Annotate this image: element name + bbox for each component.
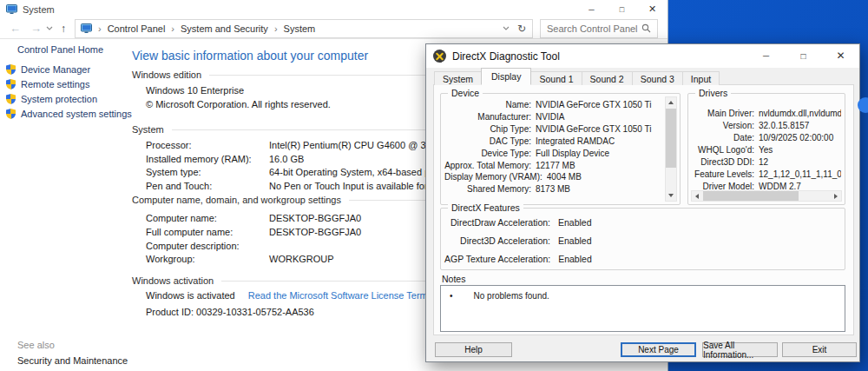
exit-button[interactable]: Exit <box>782 342 857 357</box>
device-row-manufacturer: Manufacturer:NVIDIA <box>444 111 661 123</box>
minimize-button[interactable]: ─ <box>576 0 607 18</box>
search-input[interactable] <box>547 23 641 34</box>
save-all-information-button[interactable]: Save All Information... <box>702 342 778 357</box>
row-value: 8173 MB <box>536 183 661 195</box>
address-dropdown-chevron-icon[interactable] <box>503 26 510 30</box>
section-title-label: Computer name, domain, and workgroup set… <box>132 195 341 205</box>
row-value: NVIDIA <box>536 111 661 123</box>
up-arrow-icon[interactable]: ↑ <box>61 23 66 34</box>
sidebar-item-remote-settings[interactable]: Remote settings <box>6 79 89 89</box>
scrollbar-thumb[interactable] <box>703 191 799 201</box>
scrollbar-thumb[interactable] <box>666 109 676 168</box>
row-label: WHQL Logo'd: <box>690 144 754 156</box>
breadcrumb-separator: › <box>171 23 174 34</box>
row-label: Main Driver: <box>690 108 754 120</box>
maximize-button[interactable]: □ <box>785 44 822 67</box>
sidebar-item-system-protection[interactable]: System protection <box>6 94 97 104</box>
info-row-system-type: System type: 64-bit Operating System, x6… <box>146 167 466 177</box>
sidebar-item-device-manager[interactable]: Device Manager <box>6 64 90 75</box>
row-value: 32.0.15.8157 <box>759 120 841 132</box>
row-value: Integrated RAMDAC <box>536 136 661 148</box>
sidebar-item-label: Remote settings <box>21 79 89 89</box>
row-value: 10/9/2025 02:00:00 <box>759 132 841 144</box>
scroll-up-icon[interactable] <box>666 97 676 108</box>
groupbox-title: DirectX Features <box>448 202 523 213</box>
breadcrumb-system-and-security[interactable]: System and Security <box>181 23 268 34</box>
scroll-left-icon[interactable] <box>692 191 702 201</box>
row-value: DESKTOP-BGGFJA0 <box>269 227 361 237</box>
row-value: WORKGROUP <box>269 254 334 264</box>
close-button[interactable]: ✕ <box>822 44 859 67</box>
row-label: Computer name: <box>146 213 269 223</box>
close-button[interactable]: ✕ <box>637 0 667 18</box>
minimize-button[interactable]: ─ <box>747 44 785 67</box>
tab-display[interactable]: Display <box>481 68 531 85</box>
row-label: DAC Type: <box>444 136 531 148</box>
row-value: Yes <box>759 144 841 156</box>
system-app-icon <box>6 4 17 15</box>
system-window-titlebar: System ─ □ ✕ <box>0 0 667 18</box>
device-row-dac-type: DAC Type:Integrated RAMDAC <box>444 136 661 148</box>
tab-input[interactable]: Input <box>682 71 720 85</box>
dxdiag-dialog: DirectX Diagnostic Tool ─ □ ✕ System Dis… <box>425 43 860 362</box>
maximize-button[interactable]: □ <box>607 0 637 18</box>
breadcrumb-separator: › <box>274 23 278 34</box>
tab-sound-2[interactable]: Sound 2 <box>582 71 633 85</box>
row-label: Direct3D DDI: <box>690 156 754 169</box>
row-label: Pen and Touch: <box>146 181 269 191</box>
device-rows: Name:NVIDIA GeForce GTX 1050 Ti Manufact… <box>444 99 661 195</box>
tab-sound-3[interactable]: Sound 3 <box>632 71 683 85</box>
address-bar-controls: ↻ <box>503 23 532 35</box>
tab-strip: System Display Sound 1 Sound 2 Sound 3 I… <box>434 68 719 85</box>
section-title-label: Windows activation <box>132 275 214 286</box>
sidebar-item-label: Device Manager <box>21 64 90 75</box>
notes-label: Notes <box>442 274 465 284</box>
scroll-down-icon[interactable] <box>666 190 676 201</box>
row-label: Device Type: <box>444 148 531 160</box>
device-vertical-scrollbar[interactable] <box>665 96 677 202</box>
row-value: 16.0 GB <box>269 154 304 164</box>
row-value: 4004 MB <box>547 171 661 183</box>
breadcrumb-control-panel[interactable]: Control Panel <box>108 23 166 34</box>
directx-icon <box>433 50 446 63</box>
sidebar-item-label: System protection <box>21 94 97 104</box>
drivers-row-date: Date:10/9/2025 02:00:00 <box>690 132 841 144</box>
help-button[interactable]: Help <box>435 342 512 357</box>
recent-locations-chevron-icon[interactable] <box>46 26 53 30</box>
sidebar-item-advanced-system-settings[interactable]: Advanced system settings <box>6 109 132 119</box>
row-label: Approx. Total Memory: <box>444 160 531 172</box>
desktop-icon-partial[interactable] <box>858 97 868 113</box>
sidebar-item-security-and-maintenance[interactable]: Security and Maintenance <box>17 355 128 366</box>
search-box[interactable] <box>540 19 658 38</box>
row-label: AGP Texture Acceleration: <box>444 254 550 264</box>
tab-system[interactable]: System <box>434 71 482 85</box>
uac-shield-icon <box>6 79 16 89</box>
breadcrumb-system[interactable]: System <box>284 23 316 34</box>
sidebar-item-control-panel-home[interactable]: Control Panel Home <box>17 44 103 55</box>
control-panel-icon <box>81 23 92 34</box>
row-label: Direct3D Acceleration: <box>444 235 550 246</box>
drivers-horizontal-scrollbar[interactable] <box>691 190 842 202</box>
groupbox-title: Device <box>448 88 483 98</box>
row-label: DirectDraw Acceleration: <box>444 217 550 228</box>
forward-arrow-icon[interactable]: → <box>30 23 42 34</box>
screen: System ─ □ ✕ ← → ↑ › Control Panel › Sys… <box>0 0 868 371</box>
row-value: Enabled <box>558 235 592 246</box>
notes-box[interactable]: • No problems found. <box>440 285 845 332</box>
directx-features-groupbox: DirectX Features DirectDraw Acceleration… <box>440 208 845 270</box>
row-label: Display Memory (VRAM): <box>444 171 542 183</box>
next-page-button[interactable]: Next Page <box>621 342 696 357</box>
scroll-right-icon[interactable] <box>831 191 841 201</box>
uac-shield-icon <box>6 109 16 119</box>
tab-sound-1[interactable]: Sound 1 <box>530 71 582 85</box>
device-row-display-memory: Display Memory (VRAM):4004 MB <box>444 171 661 183</box>
refresh-icon[interactable]: ↻ <box>517 23 526 35</box>
back-arrow-icon[interactable]: ← <box>10 23 21 34</box>
note-text: No problems found. <box>474 291 549 301</box>
address-bar[interactable]: › Control Panel › System and Security › … <box>75 19 533 38</box>
row-value: 12177 MB <box>536 160 661 172</box>
row-label: Manufacturer: <box>444 111 531 123</box>
license-terms-link[interactable]: Read the Microsoft Software License Term… <box>248 290 433 301</box>
navigation-toolbar: ← → ↑ › Control Panel › System and Secur… <box>0 18 667 39</box>
dialog-titlebar: DirectX Diagnostic Tool ─ □ ✕ <box>426 44 859 68</box>
